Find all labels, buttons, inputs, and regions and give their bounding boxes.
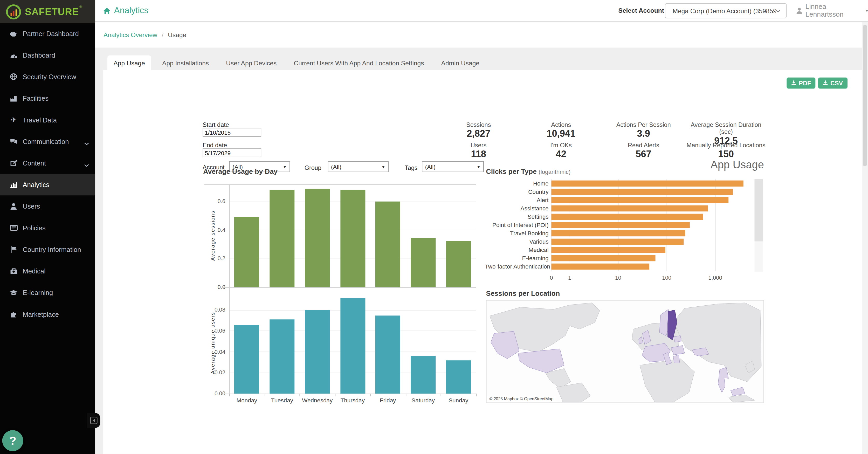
- bar: [551, 231, 685, 236]
- sidebar-item-label: Communication: [23, 138, 69, 145]
- bar: [551, 239, 684, 245]
- tab-label: Admin Usage: [441, 59, 479, 66]
- account-select-value: Mega Corp (Demo Account) (3598591): [673, 7, 776, 14]
- bar-category-label: Home: [485, 180, 549, 186]
- sidebar-item-label: Security Overview: [23, 73, 76, 81]
- gauge-icon: [9, 51, 18, 59]
- bar-category-label: Assistance: [485, 205, 549, 211]
- sidebar-item-facilities[interactable]: Facilities: [0, 87, 95, 109]
- page-title-text: Analytics: [114, 5, 148, 15]
- edit-icon: [9, 159, 18, 167]
- sidebar-item-travel-data[interactable]: ✈Travel Data: [0, 109, 95, 130]
- brand-name: SAFETURE: [25, 6, 79, 18]
- comments-icon: [9, 137, 18, 146]
- bar-category-label: Settings: [485, 213, 549, 219]
- topbar: Analytics Select Account Mega Corp (Demo…: [95, 0, 868, 22]
- sidebar-item-label: Medical: [23, 267, 45, 275]
- breadcrumb-link[interactable]: Analytics Overview: [103, 31, 157, 38]
- user-name: Linnea Lennartsson: [805, 3, 863, 19]
- puzzle-icon: [9, 310, 18, 318]
- collapse-left-icon: [90, 417, 97, 424]
- sidebar-item-e-learning[interactable]: E-learning: [0, 282, 95, 303]
- sidebar-item-label: E-learning: [23, 289, 53, 297]
- sidebar-item-label: Dashboard: [23, 51, 55, 59]
- page-title: Analytics: [103, 0, 148, 21]
- chevron-down-icon: [84, 161, 89, 169]
- sidebar-collapse-button[interactable]: [87, 413, 100, 428]
- factory-icon: [9, 94, 18, 102]
- x-tick-label: 1,000: [702, 274, 729, 280]
- bar: [551, 255, 655, 261]
- scrollbar-thumb[interactable]: [863, 25, 867, 166]
- chevron-down-icon: [84, 140, 89, 147]
- sidebar-item-label: Content: [23, 159, 46, 167]
- bar-category-label: Medical: [485, 246, 549, 253]
- tab-app-installations[interactable]: App Installations: [156, 55, 215, 70]
- tab-admin-usage[interactable]: Admin Usage: [435, 55, 485, 70]
- bar-category-label: Various: [485, 238, 549, 245]
- sidebar-item-communication[interactable]: Communication: [0, 131, 95, 152]
- breadcrumb-current: Usage: [168, 31, 186, 38]
- sidebar-item-content[interactable]: Content: [0, 152, 95, 174]
- sidebar-item-analytics[interactable]: Analytics: [0, 174, 95, 195]
- tab-bar: App UsageApp InstallationsUser App Devic…: [107, 55, 485, 70]
- bar-category-label: Country: [485, 188, 549, 194]
- sidebar-item-label: Analytics: [23, 181, 49, 189]
- x-tick-label: 1: [556, 274, 583, 280]
- tab-user-app-devices[interactable]: User App Devices: [220, 55, 283, 70]
- user-menu[interactable]: Linnea Lennartsson ▾: [796, 0, 868, 21]
- page-scrollbar[interactable]: [862, 22, 868, 454]
- tab-app-usage[interactable]: App Usage: [107, 55, 151, 70]
- registered-mark: ®: [80, 5, 82, 9]
- chevron-down-icon: [776, 9, 781, 12]
- sidebar-item-label: Travel Data: [23, 116, 57, 124]
- newspaper-icon: [9, 223, 18, 232]
- flag-icon: [9, 245, 18, 253]
- tab-label: Current Users With App And Location Sett…: [293, 59, 424, 66]
- bar: [551, 189, 733, 195]
- tab-current-users-with-app-and-location-settings[interactable]: Current Users With App And Location Sett…: [288, 55, 430, 70]
- sidebar-item-partner-dashboard[interactable]: Partner Dashboard: [0, 23, 95, 44]
- sidebar-item-marketplace[interactable]: Marketplace: [0, 303, 95, 325]
- select-account-label: Select Account: [618, 7, 664, 14]
- bar: [551, 181, 743, 186]
- world-map[interactable]: [487, 301, 764, 403]
- map-attribution: © 2025 Mapbox © OpenStreetMap: [487, 396, 556, 402]
- sidebar-item-dashboard[interactable]: Dashboard: [0, 44, 95, 66]
- chart-scrollbar-thumb[interactable]: [755, 179, 763, 241]
- sidebar-item-policies[interactable]: Policies: [0, 217, 95, 239]
- brand-logo[interactable]: SAFETURE ®: [0, 0, 95, 23]
- globe-icon: [9, 73, 18, 81]
- tab-label: User App Devices: [226, 59, 277, 66]
- breadcrumb: Analytics Overview / Usage: [95, 22, 868, 48]
- app-root: SAFETURE ® Partner DashboardDashboardSec…: [0, 0, 868, 454]
- medkit-icon: [9, 267, 18, 275]
- sidebar-item-label: Users: [23, 202, 40, 210]
- user-icon: [796, 7, 803, 14]
- help-button[interactable]: ?: [2, 430, 23, 451]
- bar-category-label: Travel Booking: [485, 230, 549, 236]
- graduation-cap-icon: [9, 289, 18, 297]
- content-panel: PDF CSV Account (All) ▼ Group (All) ▼ Ta…: [103, 70, 863, 454]
- safeture-logo-icon: [6, 4, 21, 19]
- bar: [551, 206, 708, 211]
- sidebar-item-medical[interactable]: Medical: [0, 260, 95, 282]
- plane-icon: ✈: [9, 116, 18, 124]
- user-icon: [9, 202, 18, 210]
- bar: [551, 264, 649, 270]
- sidebar-item-label: Country Information: [23, 245, 81, 253]
- bar-category-label: Point of Interest (POI): [485, 221, 549, 228]
- sidebar-item-country-information[interactable]: Country Information: [0, 239, 95, 260]
- bar: [551, 222, 690, 228]
- account-select[interactable]: Mega Corp (Demo Account) (3598591): [665, 3, 786, 19]
- sidebar-item-security-overview[interactable]: Security Overview: [0, 66, 95, 87]
- sessions-map[interactable]: © 2025 Mapbox © OpenStreetMap: [486, 300, 764, 403]
- sidebar-nav: Partner DashboardDashboardSecurity Overv…: [0, 23, 95, 325]
- breadcrumb-separator: /: [162, 31, 163, 38]
- sidebar-item-users[interactable]: Users: [0, 195, 95, 217]
- bar: [551, 197, 728, 203]
- tab-label: App Installations: [162, 59, 209, 66]
- bar: [551, 247, 665, 253]
- x-tick-label: 100: [653, 274, 681, 280]
- bar-chart-icon: [9, 181, 18, 189]
